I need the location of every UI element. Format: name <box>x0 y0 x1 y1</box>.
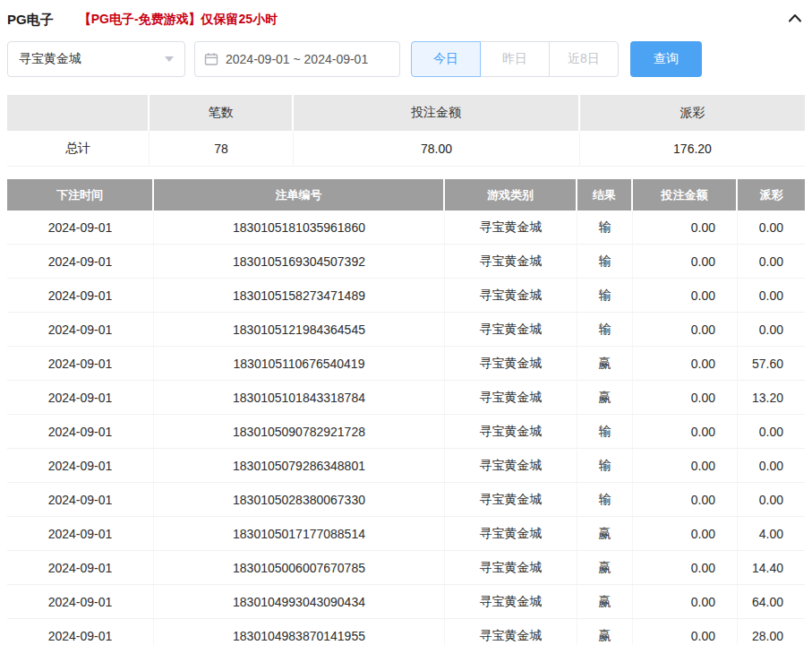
order-id-cell: 1830105169304507392 <box>154 245 445 279</box>
bet-time-cell: 2024-09-01 <box>7 415 154 449</box>
result-cell: 输 <box>577 313 633 347</box>
calendar-icon <box>204 52 218 66</box>
table-row: 2024-09-011830105121984364545寻宝黄金城输0.000… <box>7 313 805 347</box>
table-row: 2024-09-011830105101843318784寻宝黄金城赢0.001… <box>7 381 805 415</box>
bet-amount-cell: 0.00 <box>633 279 738 313</box>
payout-cell: 0.00 <box>738 483 805 517</box>
result-cell: 输 <box>577 449 633 483</box>
bet-amount-cell: 0.00 <box>633 245 738 279</box>
order-id-cell: 1830105110676540419 <box>154 347 445 381</box>
game-type-cell: 寻宝黄金城 <box>445 211 577 245</box>
payout-cell: 28.00 <box>738 619 805 645</box>
date-range-value: 2024-09-01 ~ 2024-09-01 <box>226 52 368 66</box>
bet-time-cell: 2024-09-01 <box>7 245 154 279</box>
payout-cell: 0.00 <box>738 415 805 449</box>
bet-amount-cell: 0.00 <box>633 619 738 645</box>
promo-notice: 【PG电子-免费游戏】仅保留25小时 <box>79 12 278 28</box>
bet-amount-cell: 0.00 <box>633 313 738 347</box>
summary-total-row: 总计 78 78.00 176.20 <box>7 131 805 167</box>
order-id-cell: 1830105017177088514 <box>154 517 445 551</box>
game-type-cell: 寻宝黄金城 <box>445 381 577 415</box>
order-id-cell: 1830104993043090434 <box>154 585 445 619</box>
bet-amount-cell: 0.00 <box>633 415 738 449</box>
payout-cell: 0.00 <box>738 449 805 483</box>
table-row: 2024-09-011830105181035961860寻宝黄金城输0.000… <box>7 211 805 245</box>
payout-cell: 0.00 <box>738 245 805 279</box>
order-id-cell: 1830105121984364545 <box>154 313 445 347</box>
today-button[interactable]: 今日 <box>411 41 481 77</box>
bet-time-cell: 2024-09-01 <box>7 211 154 245</box>
chevron-down-icon <box>165 56 174 62</box>
quick-date-button-group: 今日 昨日 近8日 <box>411 41 619 77</box>
payout-cell: 4.00 <box>738 517 805 551</box>
bet-amount-cell: 0.00 <box>633 551 738 585</box>
order-id-cell: 1830105006007670785 <box>154 551 445 585</box>
summary-header-bet-amount: 投注金额 <box>294 95 580 131</box>
game-select[interactable]: 寻宝黄金城 <box>7 41 185 77</box>
summary-total-bet-amount: 78.00 <box>294 131 580 167</box>
game-type-cell: 寻宝黄金城 <box>445 415 577 449</box>
game-type-cell: 寻宝黄金城 <box>445 347 577 381</box>
payout-cell: 0.00 <box>738 313 805 347</box>
date-range-input[interactable]: 2024-09-01 ~ 2024-09-01 <box>194 41 400 77</box>
column-bet-time: 下注时间 <box>7 179 154 211</box>
game-type-cell: 寻宝黄金城 <box>445 449 577 483</box>
bet-time-cell: 2024-09-01 <box>7 517 154 551</box>
result-cell: 输 <box>577 483 633 517</box>
order-id-cell: 1830105028380067330 <box>154 483 445 517</box>
payout-cell: 13.20 <box>738 381 805 415</box>
betting-records-panel: PG电子 【PG电子-免费游戏】仅保留25小时 寻宝黄金城 2024-09-01… <box>0 0 812 645</box>
column-order-id: 注单编号 <box>154 179 445 211</box>
summary-total-payout: 176.20 <box>580 131 805 167</box>
summary-header-row: 笔数 投注金额 派彩 <box>7 95 805 131</box>
bet-amount-cell: 0.00 <box>633 347 738 381</box>
summary-table: 笔数 投注金额 派彩 总计 78 78.00 176.20 <box>7 95 805 167</box>
payout-cell: 57.60 <box>738 347 805 381</box>
game-type-cell: 寻宝黄金城 <box>445 517 577 551</box>
bet-time-cell: 2024-09-01 <box>7 619 154 645</box>
result-cell: 输 <box>577 415 633 449</box>
bet-time-cell: 2024-09-01 <box>7 279 154 313</box>
bet-amount-cell: 0.00 <box>633 449 738 483</box>
bet-time-cell: 2024-09-01 <box>7 313 154 347</box>
summary-total-label: 总计 <box>7 131 150 167</box>
bet-amount-cell: 0.00 <box>633 483 738 517</box>
game-type-cell: 寻宝黄金城 <box>445 245 577 279</box>
order-id-cell: 1830105181035961860 <box>154 211 445 245</box>
summary-total-count: 78 <box>150 131 294 167</box>
result-cell: 赢 <box>577 381 633 415</box>
yesterday-button[interactable]: 昨日 <box>480 41 550 77</box>
order-id-cell: 1830105101843318784 <box>154 381 445 415</box>
table-row: 2024-09-011830105158273471489寻宝黄金城输0.000… <box>7 279 805 313</box>
bet-table-body: 2024-09-011830105181035961860寻宝黄金城输0.000… <box>7 211 805 645</box>
order-id-cell: 1830105158273471489 <box>154 279 445 313</box>
table-row: 2024-09-011830104983870141955寻宝黄金城赢0.002… <box>7 619 805 645</box>
game-type-cell: 寻宝黄金城 <box>445 585 577 619</box>
payout-cell: 14.40 <box>738 551 805 585</box>
table-row: 2024-09-011830105079286348801寻宝黄金城输0.000… <box>7 449 805 483</box>
game-select-value: 寻宝黄金城 <box>19 51 81 67</box>
table-row: 2024-09-011830105017177088514寻宝黄金城赢0.004… <box>7 517 805 551</box>
column-payout: 派彩 <box>738 179 805 211</box>
game-type-cell: 寻宝黄金城 <box>445 619 577 645</box>
bet-amount-cell: 0.00 <box>633 381 738 415</box>
table-row: 2024-09-011830105006007670785寻宝黄金城赢0.001… <box>7 551 805 585</box>
result-cell: 赢 <box>577 551 633 585</box>
payout-cell: 0.00 <box>738 279 805 313</box>
panel-header: PG电子 【PG电子-免费游戏】仅保留25小时 <box>7 0 805 29</box>
payout-cell: 64.00 <box>738 585 805 619</box>
order-id-cell: 1830105079286348801 <box>154 449 445 483</box>
bet-amount-cell: 0.00 <box>633 585 738 619</box>
result-cell: 赢 <box>577 619 633 645</box>
table-row: 2024-09-011830105090782921728寻宝黄金城输0.000… <box>7 415 805 449</box>
bet-time-cell: 2024-09-01 <box>7 347 154 381</box>
column-bet-amount: 投注金额 <box>633 179 738 211</box>
bet-time-cell: 2024-09-01 <box>7 381 154 415</box>
last-8-days-button[interactable]: 近8日 <box>549 41 619 77</box>
table-row: 2024-09-011830104993043090434寻宝黄金城赢0.006… <box>7 585 805 619</box>
table-row: 2024-09-011830105110676540419寻宝黄金城赢0.005… <box>7 347 805 381</box>
result-cell: 赢 <box>577 347 633 381</box>
game-type-cell: 寻宝黄金城 <box>445 551 577 585</box>
collapse-button[interactable] <box>785 10 805 30</box>
search-button[interactable]: 查询 <box>630 41 702 77</box>
